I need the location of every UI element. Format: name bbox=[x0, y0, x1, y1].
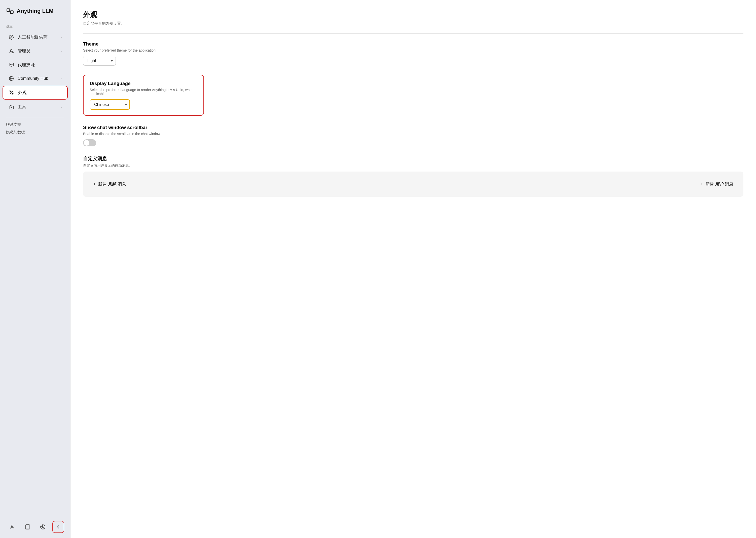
custom-messages-subtitle: 自定义向用户显示的自动消息。 bbox=[83, 164, 743, 168]
display-language-title: Display Language bbox=[90, 81, 197, 86]
sidebar-item-ai-provider[interactable]: 人工智能提供商 › bbox=[3, 31, 68, 43]
book-footer-btn[interactable] bbox=[22, 521, 33, 533]
custom-messages-title: 自定义消息 bbox=[83, 155, 743, 162]
appearance-label: 外观 bbox=[18, 90, 27, 96]
display-language-desc: Select the preferred language to render … bbox=[90, 88, 197, 96]
theme-section: Theme Select your preferred theme for th… bbox=[83, 41, 743, 66]
svg-rect-1 bbox=[11, 11, 13, 13]
custom-messages-section: 自定义消息 自定义向用户显示的自动消息。 + 新建 系统 消息 + 新建 用户 … bbox=[83, 155, 743, 197]
agent-label: 代理技能 bbox=[18, 62, 35, 68]
logo-icon bbox=[6, 7, 14, 15]
svg-rect-0 bbox=[7, 9, 10, 11]
theme-desc: Select your preferred theme for the appl… bbox=[83, 48, 743, 52]
tools-chevron: › bbox=[60, 105, 62, 109]
new-user-plus-icon: + bbox=[700, 181, 703, 187]
app-title: Anything LLM bbox=[17, 8, 54, 14]
svg-point-13 bbox=[11, 92, 12, 93]
page-title: 外观 bbox=[83, 10, 743, 20]
svg-rect-8 bbox=[9, 63, 14, 66]
title-divider bbox=[83, 33, 743, 34]
new-user-label: 新建 用户 消息 bbox=[705, 181, 733, 187]
new-system-label: 新建 系统 消息 bbox=[98, 181, 126, 187]
sidebar-item-agent[interactable]: 代理技能 bbox=[3, 58, 68, 71]
sidebar-footer bbox=[0, 516, 70, 538]
community-hub-chevron: › bbox=[60, 77, 62, 81]
brush-icon bbox=[9, 90, 15, 96]
language-select-wrapper: Chinese English Japanese Korean Spanish … bbox=[90, 99, 130, 110]
page-subtitle: 自定义平台的外观设置。 bbox=[83, 21, 743, 26]
new-user-message-btn[interactable]: + 新建 用户 消息 bbox=[700, 181, 733, 187]
new-system-plus-icon: + bbox=[93, 181, 96, 187]
toggle-slider bbox=[83, 139, 96, 146]
agent-icon bbox=[9, 62, 14, 68]
svg-point-9 bbox=[10, 64, 11, 65]
user-footer-btn[interactable] bbox=[6, 521, 18, 533]
settings-icon bbox=[9, 34, 14, 40]
theme-title: Theme bbox=[83, 41, 743, 47]
sidebar-section-settings: 设置 bbox=[0, 21, 70, 30]
theme-select-wrapper: Light Dark System ▾ bbox=[83, 56, 116, 66]
globe-icon bbox=[9, 76, 14, 81]
ai-provider-chevron: › bbox=[60, 35, 62, 39]
language-select[interactable]: Chinese English Japanese Korean Spanish … bbox=[90, 99, 130, 110]
community-hub-label: Community Hub bbox=[18, 76, 48, 81]
contact-support-link[interactable]: 联系支持 bbox=[6, 121, 64, 128]
tools-label: 工具 bbox=[18, 104, 26, 110]
svg-point-17 bbox=[11, 525, 13, 527]
sidebar-bottom-links: 联系支持 隐私与数据 bbox=[0, 120, 70, 137]
scrollbar-toggle[interactable] bbox=[83, 139, 96, 146]
app-logo: Anything LLM bbox=[0, 0, 70, 21]
scrollbar-section: Show chat window scrollbar Enable or dis… bbox=[83, 125, 743, 146]
discord-footer-btn[interactable] bbox=[37, 521, 49, 533]
admin-icon bbox=[9, 48, 14, 54]
admin-chevron: › bbox=[60, 49, 62, 53]
sidebar-item-community-hub[interactable]: Community Hub › bbox=[3, 72, 68, 85]
sidebar: Anything LLM 设置 人工智能提供商 › 管理员 › bbox=[0, 0, 71, 538]
theme-select[interactable]: Light Dark System bbox=[83, 56, 116, 66]
scrollbar-desc: Enable or disable the scrollbar in the c… bbox=[83, 132, 743, 136]
privacy-link[interactable]: 隐私与数据 bbox=[6, 129, 64, 136]
display-language-section: Display Language Select the preferred la… bbox=[83, 75, 204, 116]
back-footer-btn[interactable] bbox=[52, 521, 64, 533]
sidebar-item-appearance[interactable]: 外观 bbox=[3, 86, 68, 100]
sidebar-item-tools[interactable]: 工具 › bbox=[3, 101, 68, 113]
custom-messages-area: + 新建 系统 消息 + 新建 用户 消息 bbox=[83, 172, 743, 197]
ai-provider-label: 人工智能提供商 bbox=[18, 34, 47, 40]
new-system-message-btn[interactable]: + 新建 系统 消息 bbox=[93, 181, 126, 187]
main-content: 外观 自定义平台的外观设置。 Theme Select your preferr… bbox=[71, 0, 756, 538]
admin-label: 管理员 bbox=[18, 48, 31, 54]
svg-point-4 bbox=[11, 49, 12, 51]
svg-point-10 bbox=[12, 64, 12, 65]
new-system-bold: 系统 bbox=[108, 182, 116, 187]
sidebar-divider bbox=[6, 117, 64, 117]
sidebar-item-admin[interactable]: 管理员 › bbox=[3, 44, 68, 57]
tools-icon bbox=[9, 104, 14, 110]
scrollbar-title: Show chat window scrollbar bbox=[83, 125, 743, 130]
new-user-bold: 用户 bbox=[715, 182, 724, 187]
svg-point-3 bbox=[11, 36, 12, 38]
